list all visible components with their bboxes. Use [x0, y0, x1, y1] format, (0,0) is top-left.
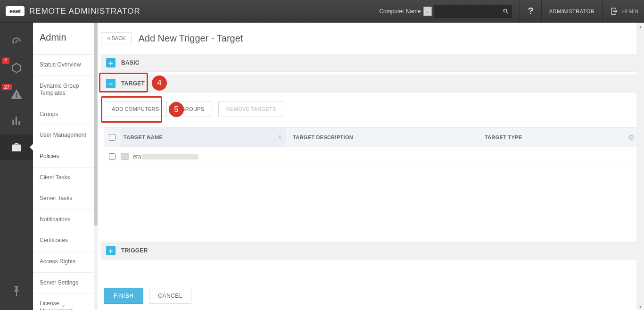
section-basic-header[interactable]: + BASIC: [101, 54, 641, 72]
section-target-header[interactable]: − TARGET: [101, 75, 641, 92]
submenu-access-rights[interactable]: Access Rights: [33, 251, 94, 272]
submenu-dynamic-group-templates[interactable]: Dynamic Group Templates: [33, 75, 94, 104]
search-button[interactable]: [500, 5, 512, 18]
add-computers-button[interactable]: ADD COMPUTERS: [104, 101, 167, 117]
section-basic-label: BASIC: [121, 59, 140, 66]
expand-icon[interactable]: +: [106, 246, 116, 255]
gear-icon[interactable]: ⚙: [628, 133, 635, 142]
column-target-description[interactable]: TARGET DESCRIPTION: [286, 128, 478, 147]
submenu-notifications[interactable]: Notifications: [33, 209, 94, 230]
search-input[interactable]: [434, 5, 500, 18]
submenu-server-tasks[interactable]: Server Tasks: [33, 188, 94, 209]
submenu-certificates[interactable]: Certificates: [33, 230, 94, 251]
scroll-down-icon[interactable]: ▾: [636, 302, 644, 310]
submenu-server-settings[interactable]: Server Settings: [33, 272, 94, 293]
top-bar: eset REMOTE ADMINISTRATOR Computer Name …: [0, 0, 644, 23]
submenu-status-overview[interactable]: Status Overview: [33, 54, 94, 75]
column-target-type[interactable]: TARGET TYPE: [478, 134, 638, 140]
rail-reports[interactable]: [0, 108, 33, 134]
expand-icon[interactable]: +: [106, 58, 116, 67]
target-table-header: TARGET NAME ⇅ TARGET DESCRIPTION TARGET …: [104, 127, 638, 147]
add-groups-button[interactable]: GROUPS: [173, 101, 212, 117]
rail-threats[interactable]: 27: [0, 81, 33, 108]
submenu-client-tasks[interactable]: Client Tasks: [33, 167, 94, 188]
main-content: < BACK Add New Trigger - Target + BASIC …: [98, 23, 644, 310]
finish-button[interactable]: FINISH: [104, 288, 143, 304]
submenu-user-management[interactable]: User Management: [33, 125, 94, 146]
alert-icon: [10, 88, 23, 101]
scroll-up-icon[interactable]: ▴: [636, 23, 644, 30]
search-dropdown-toggle[interactable]: ⌄: [423, 7, 432, 16]
admin-submenu: Admin Status Overview Dynamic Group Temp…: [33, 23, 94, 310]
row-name: era: [133, 153, 141, 160]
rail-pin[interactable]: [0, 278, 33, 304]
section-trigger-label: TRIGGER: [121, 247, 148, 254]
column-target-name[interactable]: TARGET NAME: [124, 134, 163, 140]
main-scrollbar[interactable]: ▴ ▾: [636, 23, 644, 310]
redacted-text: [142, 154, 198, 159]
session-timer: >9 MIN: [621, 8, 638, 14]
select-all-checkbox[interactable]: [109, 134, 116, 141]
submenu-scrollbar[interactable]: [94, 23, 98, 310]
bars-icon: [10, 115, 23, 127]
logout-button[interactable]: >9 MIN: [610, 7, 638, 16]
submenu-title: Admin: [33, 23, 94, 54]
briefcase-icon: [10, 141, 23, 153]
rail-badge-computers: 2: [2, 58, 9, 64]
left-rail: 2 27: [0, 23, 33, 310]
section-target-label: TARGET: [121, 80, 145, 87]
table-row[interactable]: era: [104, 147, 638, 166]
rail-badge-threats: 27: [2, 84, 12, 90]
logout-icon: [610, 7, 619, 16]
back-button[interactable]: < BACK: [101, 32, 132, 44]
pin-icon: [10, 285, 23, 297]
search-icon: [503, 8, 509, 15]
section-trigger-header[interactable]: + TRIGGER: [101, 242, 641, 260]
remove-targets-button[interactable]: REMOVE TARGETS: [218, 101, 284, 117]
help-button[interactable]: ?: [528, 6, 533, 17]
search-label: Computer Name: [379, 8, 421, 15]
submenu-groups[interactable]: Groups: [33, 104, 94, 125]
rail-dashboard[interactable]: [0, 28, 33, 55]
cancel-button[interactable]: CANCEL: [149, 288, 191, 304]
product-title: REMOTE ADMINISTRATOR: [29, 7, 140, 16]
footer-bar: FINISH CANCEL: [98, 281, 636, 310]
search-area: Computer Name ⌄: [379, 5, 512, 18]
row-checkbox[interactable]: [109, 153, 116, 160]
rail-admin[interactable]: [0, 134, 33, 160]
collapse-icon[interactable]: −: [106, 79, 116, 88]
sort-icon[interactable]: ⇅: [278, 135, 282, 140]
computer-icon: [121, 153, 129, 160]
submenu-scroll-down[interactable]: ⌄: [33, 302, 94, 308]
submenu-policies[interactable]: Policies: [33, 146, 94, 167]
cube-icon: [10, 62, 23, 74]
rail-computers[interactable]: 2: [0, 55, 33, 81]
page-title: Add New Trigger - Target: [138, 33, 243, 44]
user-label[interactable]: ADMINISTRATOR: [549, 8, 595, 14]
logo-badge: eset: [6, 6, 25, 16]
gauge-icon: [10, 35, 23, 48]
